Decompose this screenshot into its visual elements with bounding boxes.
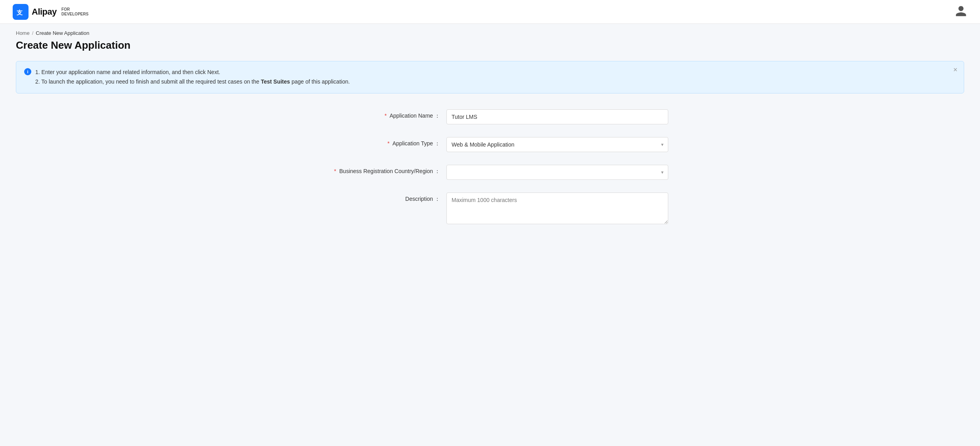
required-star-type: * xyxy=(387,140,389,147)
business-country-select[interactable] xyxy=(446,165,668,180)
app-type-label: * Application Type ： xyxy=(312,137,446,147)
app-type-select-wrapper: Web & Mobile Application Mobile Applicat… xyxy=(446,137,668,152)
description-label: Description ： xyxy=(312,193,446,203)
header: 支 Alipay FOR DEVELOPERS xyxy=(0,0,980,24)
description-row: Description ： xyxy=(312,193,668,225)
close-banner-button[interactable]: × xyxy=(953,66,957,73)
app-name-field xyxy=(446,109,668,124)
required-star-country: * xyxy=(334,168,336,174)
required-star: * xyxy=(385,112,387,119)
brand-name: Alipay xyxy=(32,7,57,17)
svg-text:支: 支 xyxy=(16,9,23,15)
business-country-row: * Business Registration Country/Region ：… xyxy=(312,165,668,180)
logo-area: 支 Alipay FOR DEVELOPERS xyxy=(13,4,88,20)
page-title: Create New Application xyxy=(16,39,964,51)
breadcrumb: Home / Create New Application xyxy=(0,24,980,39)
app-type-select[interactable]: Web & Mobile Application Mobile Applicat… xyxy=(446,137,668,152)
user-avatar-icon[interactable] xyxy=(955,5,967,19)
info-banner-text: 1. Enter your application name and relat… xyxy=(35,68,350,87)
alipay-logo-icon: 支 xyxy=(13,4,29,20)
business-country-select-wrapper: ▾ xyxy=(446,165,668,180)
info-line2: 2. To launch the application, you need t… xyxy=(35,77,350,87)
breadcrumb-separator: / xyxy=(32,30,34,36)
create-application-form: * Application Name ： * Application Type … xyxy=(312,109,668,225)
business-country-label: * Business Registration Country/Region ： xyxy=(312,165,446,175)
main-content: Create New Application i 1. Enter your a… xyxy=(0,39,980,254)
app-type-field: Web & Mobile Application Mobile Applicat… xyxy=(446,137,668,152)
info-banner: i 1. Enter your application name and rel… xyxy=(16,61,964,93)
description-textarea[interactable] xyxy=(446,193,668,224)
breadcrumb-home[interactable]: Home xyxy=(16,30,30,36)
business-country-field: ▾ xyxy=(446,165,668,180)
brand-subtitle: FOR DEVELOPERS xyxy=(61,7,88,17)
app-name-row: * Application Name ： xyxy=(312,109,668,124)
alipay-svg-icon: 支 xyxy=(15,7,26,17)
app-name-input[interactable] xyxy=(446,109,668,124)
description-field xyxy=(446,193,668,225)
info-line1: 1. Enter your application name and relat… xyxy=(35,68,350,77)
app-name-label: * Application Name ： xyxy=(312,109,446,120)
app-type-row: * Application Type ： Web & Mobile Applic… xyxy=(312,137,668,152)
breadcrumb-current: Create New Application xyxy=(36,30,89,36)
info-icon: i xyxy=(24,68,31,75)
